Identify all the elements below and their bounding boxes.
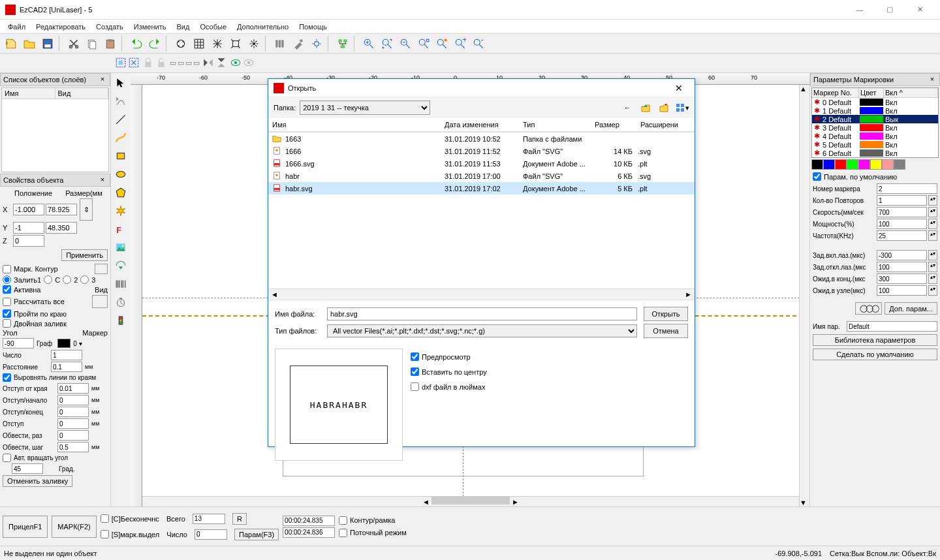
- mark-button[interactable]: МАРК(F2): [52, 516, 96, 538]
- color-swatch[interactable]: [870, 159, 882, 170]
- marker-no-input[interactable]: [877, 183, 937, 194]
- ungroup-icon[interactable]: ▭: [178, 59, 184, 67]
- nav-back-icon[interactable]: ←: [620, 101, 634, 115]
- circle-step-input[interactable]: [57, 442, 89, 452]
- object-list[interactable]: Имя Вид: [1, 87, 109, 172]
- object-props-close-icon[interactable]: ×: [98, 176, 107, 185]
- zoom-area-icon[interactable]: [379, 35, 396, 52]
- tools-icon[interactable]: [290, 35, 307, 52]
- marker-table[interactable]: Маркер No. Цвет Вкл ^ ✱0 DefaultВкл✱1 De…: [811, 87, 939, 158]
- align-lines-checkbox[interactable]: [3, 373, 11, 382]
- explode-tool-icon[interactable]: [112, 202, 129, 219]
- marker-row[interactable]: ✱3 DefaultВкл: [812, 123, 938, 132]
- h-input[interactable]: [46, 222, 77, 234]
- menu-edit[interactable]: Редактировать: [31, 22, 91, 32]
- cancel-button[interactable]: Отмена: [644, 324, 688, 338]
- make-default-button[interactable]: Сделать по умолчанию: [813, 349, 937, 360]
- double-fill-checkbox[interactable]: [3, 319, 11, 328]
- distance-input[interactable]: [51, 362, 82, 372]
- param-name-input[interactable]: [847, 321, 937, 332]
- filecol-name[interactable]: Имя: [268, 118, 441, 131]
- speed-spin[interactable]: ▴▾: [928, 207, 937, 217]
- file-row[interactable]: 166331.01.2019 10:52Папка с файлами: [268, 132, 695, 145]
- x-input[interactable]: [13, 204, 44, 215]
- auto-rotate-checkbox[interactable]: [3, 454, 11, 462]
- end-off-input[interactable]: [57, 407, 89, 417]
- align-h-icon[interactable]: [272, 35, 289, 52]
- marker-row[interactable]: ✱5 DefaultВкл: [812, 140, 938, 149]
- rotate-input[interactable]: [12, 463, 43, 474]
- cut-icon[interactable]: [65, 35, 82, 52]
- active-checkbox[interactable]: [3, 285, 11, 294]
- marker-row[interactable]: ✱4 DefaultВкл: [812, 132, 938, 140]
- node-edit-icon[interactable]: [112, 93, 129, 110]
- menu-create[interactable]: Создать: [91, 22, 129, 32]
- paste-icon[interactable]: [102, 35, 119, 52]
- marker-row[interactable]: ✱6 DefaultВкл: [812, 149, 938, 157]
- infinite-checkbox[interactable]: [101, 514, 109, 523]
- filecol-ext[interactable]: Расширени: [636, 118, 682, 131]
- polygon-tool-icon[interactable]: [112, 184, 129, 201]
- hatch-square-icon[interactable]: [227, 35, 244, 52]
- vector-import-icon[interactable]: [112, 257, 129, 274]
- zoom-in-icon[interactable]: [360, 35, 377, 52]
- ellipse-tool-icon[interactable]: [112, 166, 129, 183]
- color-swatch[interactable]: [811, 159, 823, 170]
- filename-input[interactable]: [327, 307, 637, 320]
- w-input[interactable]: [46, 204, 77, 215]
- hatch-radial-icon[interactable]: [245, 35, 262, 52]
- mark-params-close-icon[interactable]: ×: [928, 75, 937, 84]
- filecol-size[interactable]: Размер: [591, 118, 636, 131]
- image-tool-icon[interactable]: [112, 239, 129, 256]
- z-input[interactable]: [13, 235, 44, 247]
- file-row[interactable]: 166631.01.2019 11:52Файл "SVG"14 КБ.svg: [268, 145, 695, 157]
- repeat-input[interactable]: [877, 195, 927, 206]
- close-button[interactable]: ✕: [905, 0, 935, 20]
- zoom-fit-icon[interactable]: [415, 35, 432, 52]
- start-off-input[interactable]: [57, 395, 89, 405]
- curve-tool-icon[interactable]: [112, 129, 129, 146]
- wait-node-input[interactable]: [877, 285, 927, 296]
- lock-icon[interactable]: [142, 57, 154, 70]
- contour-checkbox[interactable]: [339, 516, 347, 525]
- zoom-out-icon[interactable]: [397, 35, 414, 52]
- stream-checkbox[interactable]: [339, 529, 347, 537]
- maximize-button[interactable]: ▢: [875, 0, 905, 20]
- file-list[interactable]: 166331.01.2019 10:52Папка с файлами16663…: [268, 132, 695, 288]
- filecol-date[interactable]: Дата изменения: [441, 118, 519, 131]
- eye-icon[interactable]: [230, 57, 242, 70]
- eye-off-icon[interactable]: [243, 57, 255, 70]
- circle-times-input[interactable]: [57, 430, 89, 441]
- color-swatch[interactable]: [823, 159, 835, 170]
- wait-end-input[interactable]: [877, 273, 927, 284]
- filetype-select[interactable]: All vector Files(*.ai;*.plt;*.dxf;*.dst;…: [327, 324, 637, 337]
- fillc-radio[interactable]: [44, 275, 52, 284]
- object-list-close-icon[interactable]: ×: [98, 75, 107, 84]
- nav-up-icon[interactable]: [638, 101, 653, 115]
- opt-preview-checkbox[interactable]: [411, 352, 419, 361]
- hatch-grid-icon[interactable]: [191, 35, 208, 52]
- zoom-plus-icon[interactable]: +: [452, 35, 469, 52]
- folder-select[interactable]: 2019 1 31 -- текучка: [300, 101, 430, 115]
- text-tool-icon[interactable]: F: [112, 221, 129, 238]
- dialog-close-icon[interactable]: ✕: [668, 83, 689, 93]
- nav-newfolder-icon[interactable]: [657, 101, 671, 115]
- file-row[interactable]: habr31.01.2019 17:00Файл "SVG"6 КБ.svg: [268, 170, 695, 182]
- color-swatch[interactable]: [847, 159, 858, 170]
- file-row[interactable]: 1666.svg31.01.2019 11:53Документ Adobe .…: [268, 157, 695, 170]
- minimize-button[interactable]: —: [845, 0, 875, 20]
- file-row[interactable]: habr.svg31.01.2019 17:02Документ Adobe .…: [268, 182, 695, 194]
- filecol-type[interactable]: Тип: [519, 118, 591, 131]
- laser-off-input[interactable]: [877, 262, 927, 272]
- opt-dxf-checkbox[interactable]: [411, 382, 419, 391]
- zoom-minus-icon[interactable]: -: [470, 35, 487, 52]
- h-scrollbar[interactable]: ◄ ►: [142, 496, 799, 506]
- file-list-hscroll[interactable]: ◄►: [268, 288, 695, 300]
- v-scrollbar[interactable]: ▲▼: [799, 85, 809, 506]
- mirror-h-icon[interactable]: [202, 57, 214, 70]
- back-icon[interactable]: ▭: [193, 59, 200, 67]
- edge-off-input[interactable]: [57, 383, 89, 394]
- count-input[interactable]: [195, 529, 227, 540]
- extra-param-button[interactable]: Доп. парам...: [885, 302, 937, 315]
- deselect-icon[interactable]: [128, 57, 140, 70]
